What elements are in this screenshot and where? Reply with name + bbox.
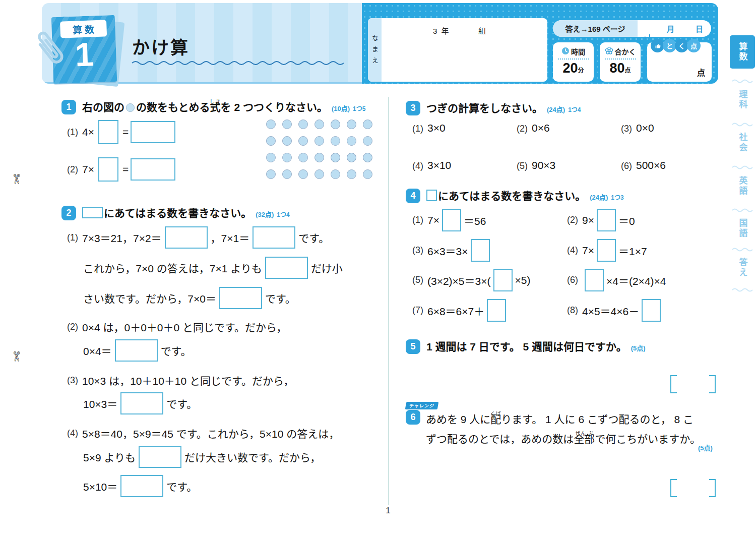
problem-4-badge: 4 xyxy=(406,189,420,203)
answer-box[interactable] xyxy=(131,158,175,181)
item-label: (1) xyxy=(67,232,78,243)
circle-dot xyxy=(363,136,372,146)
circle-dot xyxy=(266,136,276,146)
problem-5-badge: 5 xyxy=(406,339,420,354)
answer-bracket[interactable] xyxy=(670,479,716,497)
p2-item4-line1: (4) 5×8＝40，5×9＝45 です。これから，5×10 の答えは， xyxy=(67,426,339,440)
day-label: 日 xyxy=(696,23,703,34)
tab-separator-wave xyxy=(732,79,753,83)
answer-box[interactable] xyxy=(642,299,661,322)
problem-5-text: 1 週間は 7 日です。 5 週間は何日ですか。 xyxy=(426,341,627,352)
p2-item4-line3: 5×10＝ です。 xyxy=(83,474,197,498)
circle-dot xyxy=(331,169,340,179)
problem-1-header: 1 右の図のの数をもとめるしき式を 2 つつくりなさい。(10点)1つ5 xyxy=(61,100,365,116)
problem-5-header: 5 1 週間は 7 日です。 5 週間は何日ですか。(5点) xyxy=(406,339,646,356)
item-expression: 4× xyxy=(82,126,94,138)
tab-rika[interactable]: 理科 xyxy=(730,84,755,116)
circle-dot xyxy=(266,153,276,162)
circle-dot xyxy=(298,120,308,129)
tab-shakai[interactable]: 社会 xyxy=(730,127,755,158)
worksheet-page: 算数 1 かけ算 なまえ 3 年 組 答え→169 ページ 月 日 時間 20分 xyxy=(0,0,756,535)
unit-badge: 算数 1 xyxy=(44,11,130,87)
problem-3-header: 3 つぎの計算をしなさい。(24点)1つ4 xyxy=(406,101,581,117)
problem-2-points: (32点) xyxy=(256,211,274,218)
time-box: 時間 20分 xyxy=(553,42,594,82)
circle-dot xyxy=(298,169,308,179)
item-label: (2) xyxy=(67,164,78,175)
problem-1-per: 1つ5 xyxy=(353,105,365,112)
statement-text: さい数です。だから，7×0＝ xyxy=(83,290,216,306)
answer-box[interactable] xyxy=(120,475,163,497)
statement-text: 10×3＝ xyxy=(83,396,117,411)
name-box[interactable]: なまえ 3 年 組 xyxy=(368,18,547,82)
tab-eigo[interactable]: 英語 xyxy=(730,170,755,202)
answer-box[interactable] xyxy=(120,392,163,414)
statement-text: 0×4 は，0＋0＋0＋0 と同じです。だから， xyxy=(82,319,287,334)
title-underline-wave xyxy=(131,58,350,68)
answer-box[interactable] xyxy=(98,120,118,144)
statement-text: です。 xyxy=(265,290,296,306)
thumbs-up-icon xyxy=(651,39,664,52)
tab-kotae[interactable]: 答え xyxy=(730,252,755,283)
answer-bracket[interactable] xyxy=(670,375,716,393)
answer-page-label: 答え→169 ページ xyxy=(553,20,638,37)
problem-1-item-2: (2) 7× = xyxy=(67,157,177,182)
p3-row1: (1)3×0 (2)0×6 (3)0×0 xyxy=(412,121,654,135)
statement-text: です。 xyxy=(161,343,192,358)
answer-box[interactable] xyxy=(219,287,262,309)
answer-box[interactable] xyxy=(597,209,616,231)
answer-box[interactable] xyxy=(265,257,308,279)
circle-dot xyxy=(363,120,372,129)
problem-3-points: (24点) xyxy=(547,106,565,113)
p2-item3-line1: (3) 10×3 は，10＋10＋10 と同じです。だから， xyxy=(67,373,294,387)
answer-box[interactable] xyxy=(98,157,118,182)
name-input-area[interactable]: 3 年 組 xyxy=(382,18,547,82)
answer-box[interactable] xyxy=(139,446,181,468)
answer-box[interactable] xyxy=(471,239,490,262)
statement-text: です。 xyxy=(166,479,197,494)
item-label: (2) xyxy=(67,322,78,332)
answer-box[interactable] xyxy=(253,226,295,249)
pass-label: 合かく xyxy=(615,46,636,56)
month-label: 月 xyxy=(667,23,674,34)
circle-dot xyxy=(331,120,340,129)
circle-dot xyxy=(282,169,292,179)
time-label: 時間 xyxy=(571,46,585,56)
statement-text: です。 xyxy=(298,230,329,245)
answer-box[interactable] xyxy=(585,269,604,291)
circle-grid xyxy=(266,120,379,186)
answer-box[interactable] xyxy=(487,299,506,322)
answer-box[interactable] xyxy=(442,209,461,231)
column-divider xyxy=(388,97,389,505)
circle-dot xyxy=(347,153,356,162)
scissors-icon: ✄ xyxy=(9,173,24,184)
answer-box[interactable] xyxy=(165,226,208,249)
grade-label: 3 年 xyxy=(433,25,450,36)
pass-box: 合かく 80点 xyxy=(600,42,641,82)
problem-1-points: (10点) xyxy=(332,105,350,112)
tab-sansu[interactable]: 算数 xyxy=(730,35,755,69)
circle-dot xyxy=(363,169,372,179)
problem-2-header: 2 にあてはまる数を書きなさい。(32点)1つ4 xyxy=(61,206,290,222)
p4-item-7: (7)6×8＝6×7＋ xyxy=(412,299,509,322)
problem-6-badge: 6 xyxy=(406,410,420,425)
p3-row2: (4)3×10 (5)90×3 (6)500×6 xyxy=(412,158,666,172)
problem-3-per: 1つ4 xyxy=(568,106,581,113)
circle-dot xyxy=(282,153,292,162)
statement-text: 5×8＝40，5×9＝45 です。これから，5×10 の答えは， xyxy=(82,426,339,441)
problem-6-text: あめを 9 人にくば配ります。 1 人に 6 こずつ配るのと， 8 こ ずつ配る… xyxy=(426,409,724,449)
dotted-rule xyxy=(605,58,636,60)
answer-box[interactable] xyxy=(597,239,616,262)
tab-kokugo[interactable]: 国語 xyxy=(730,213,755,244)
p3-item: (6)500×6 xyxy=(621,159,666,171)
answer-box[interactable] xyxy=(115,339,158,362)
problem-1-item-1: (1) 4× = xyxy=(67,120,177,144)
statement-text: ，7×1＝ xyxy=(211,230,250,245)
problem-2-text: にあてはまる数を書きなさい。 xyxy=(104,207,251,219)
tab-separator-wave xyxy=(732,247,753,252)
answer-box[interactable] xyxy=(493,269,513,291)
answer-box[interactable] xyxy=(131,121,175,143)
score-box[interactable]: と く 点 点 xyxy=(647,42,712,82)
class-label: 組 xyxy=(478,25,486,36)
score-badge-char: と xyxy=(663,39,676,52)
